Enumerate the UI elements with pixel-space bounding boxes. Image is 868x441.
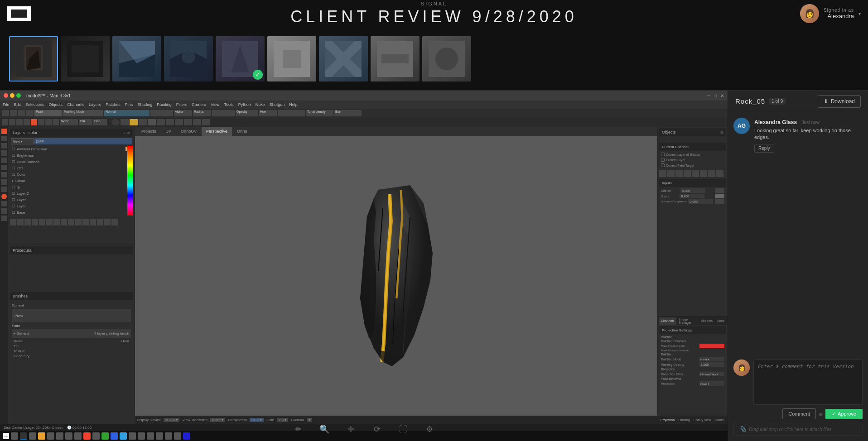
- layer-row[interactable]: ☐Brightness: [10, 152, 133, 158]
- toolbar-icon-2[interactable]: [139, 119, 147, 125]
- toolbar-icon-2[interactable]: [45, 119, 52, 125]
- tab-uv[interactable]: UV: [161, 127, 176, 136]
- toolbar-icon-2[interactable]: [148, 119, 156, 125]
- rp-icon[interactable]: [692, 170, 699, 177]
- brush-type[interactable]: Paint: [12, 309, 131, 322]
- toolbar-icon[interactable]: Radius: [193, 110, 211, 116]
- tab-history-view[interactable]: History View: [692, 418, 712, 422]
- layer-row[interactable]: ☐Color: [10, 171, 133, 177]
- toolbar-icon[interactable]: [2, 110, 9, 116]
- tool-btn[interactable]: [68, 219, 74, 225]
- menu-patches[interactable]: Patches: [106, 102, 121, 107]
- toolbar-icon-2[interactable]: [53, 119, 59, 125]
- component-value[interactable]: RGB ▾: [250, 418, 264, 422]
- toolbar-icon[interactable]: Opacity: [236, 110, 258, 116]
- tool-btn[interactable]: [10, 219, 16, 225]
- tool-icon[interactable]: [1, 194, 7, 199]
- gloss-input[interactable]: 0.460: [680, 194, 704, 198]
- toolbar-icon-2[interactable]: [184, 119, 192, 125]
- tab-ortho[interactable]: Ortho: [232, 127, 252, 136]
- toolbar-icon[interactable]: [26, 110, 34, 116]
- channel-check[interactable]: [661, 153, 665, 156]
- tool-btn[interactable]: [46, 219, 53, 225]
- tool-btn[interactable]: [90, 219, 96, 225]
- filter-select[interactable]: Bilinear/Cleat ▾: [699, 372, 724, 376]
- mode-select[interactable]: Hand ▾: [699, 357, 724, 361]
- thumbnail-2[interactable]: [61, 36, 110, 81]
- tab-projects[interactable]: Projects: [137, 127, 161, 136]
- rp-icon[interactable]: [684, 170, 691, 177]
- rp-icon[interactable]: [659, 170, 666, 177]
- menu-shotgun[interactable]: Shotgun: [270, 102, 285, 107]
- rp-icon[interactable]: [708, 170, 715, 177]
- toolbar-icon-2[interactable]: [193, 119, 201, 125]
- projection-select[interactable]: Front ▾: [699, 381, 724, 386]
- tab-shelf[interactable]: Shelf: [715, 317, 726, 325]
- rp-icon[interactable]: [675, 170, 683, 177]
- chevron-down-icon[interactable]: ▾: [858, 11, 861, 16]
- taskbar-icon[interactable]: [47, 432, 54, 440]
- tool-btn[interactable]: [104, 219, 111, 225]
- minimize-button[interactable]: [10, 93, 14, 98]
- opacity-input[interactable]: 1.000: [699, 362, 724, 367]
- menu-filters[interactable]: Filters: [176, 102, 188, 107]
- channel-item[interactable]: Current Layer: [659, 157, 726, 163]
- taskbar-icon[interactable]: [120, 432, 127, 440]
- toolbar-icon-2[interactable]: [16, 119, 23, 125]
- tool-icon[interactable]: [1, 179, 7, 185]
- toolbar-icon[interactable]: Alpha: [174, 110, 192, 116]
- toolbar-icon-2[interactable]: Bot: [93, 119, 107, 125]
- expand-icon[interactable]: ⛶: [397, 423, 410, 436]
- taskbar-icon[interactable]: [129, 432, 136, 440]
- taskbar-icon[interactable]: [147, 432, 154, 440]
- thumbnail-3[interactable]: [112, 36, 161, 81]
- tool-btn[interactable]: [82, 219, 89, 225]
- tool-btn[interactable]: [111, 219, 118, 225]
- taskbar-icon[interactable]: [74, 432, 82, 440]
- menu-camera[interactable]: Camera: [192, 102, 206, 107]
- layer-row[interactable]: ☐Color Balance: [10, 158, 133, 165]
- window-btn-max[interactable]: □: [714, 93, 717, 98]
- thumbnail-8[interactable]: [371, 36, 420, 81]
- comment-button[interactable]: Comment: [782, 408, 816, 419]
- toolbar-icon-2[interactable]: [166, 119, 174, 125]
- pencil-icon[interactable]: ✏: [292, 423, 304, 436]
- tab-perspective[interactable]: Perspective: [202, 127, 232, 136]
- toolbar-icon-2[interactable]: [121, 119, 129, 125]
- menu-selections[interactable]: Selections: [25, 102, 44, 107]
- tab-orthouv[interactable]: OrthoUV: [176, 127, 201, 136]
- layer-row[interactable]: ☐Base: [10, 209, 133, 216]
- close-button[interactable]: [4, 93, 8, 98]
- menu-file[interactable]: File: [3, 102, 10, 107]
- layer-mode[interactable]: DIFF: [34, 138, 132, 144]
- tool-btn[interactable]: [53, 219, 60, 225]
- plus-icon[interactable]: ✛: [344, 423, 357, 436]
- tool-icon[interactable]: [1, 187, 7, 192]
- gamma-value[interactable]: ▾: [307, 418, 312, 422]
- taskbar-icon[interactable]: [38, 432, 45, 440]
- toolbar-icon-2[interactable]: Near: [60, 119, 78, 125]
- thumbnail-9[interactable]: [422, 36, 471, 81]
- toolbar-icon[interactable]: [212, 110, 235, 116]
- tab-channels[interactable]: Channels: [659, 317, 676, 325]
- toolbar-icon-2[interactable]: [175, 119, 183, 125]
- channel-item[interactable]: Current Layer (B Below): [659, 152, 726, 157]
- refresh-icon[interactable]: ⟳: [371, 423, 383, 436]
- window-btn-close[interactable]: ✕: [720, 93, 724, 98]
- layer-row[interactable]: ☐gi: [10, 184, 133, 190]
- thumbnail-4[interactable]: [164, 36, 213, 81]
- attach-area[interactable]: 📎 Drag and drop or click here to attach …: [733, 423, 863, 436]
- layer-row[interactable]: ☐Ambient Occlusion: [10, 146, 133, 152]
- layer-row[interactable]: ▸Cloud⊞: [10, 177, 133, 184]
- toolbar-icon-2[interactable]: Par: [79, 119, 92, 125]
- taskbar-icon[interactable]: [56, 432, 63, 440]
- thumbnail-6[interactable]: [267, 36, 316, 81]
- toolbar-icon-2[interactable]: [202, 119, 210, 125]
- toolbar-icon-2[interactable]: [24, 119, 30, 125]
- search-icon[interactable]: 🔍: [318, 423, 331, 436]
- download-button[interactable]: ⬇ Download: [818, 95, 861, 108]
- menu-objects[interactable]: Objects: [49, 102, 63, 107]
- tool-icon[interactable]: [1, 201, 7, 206]
- gloss-slider[interactable]: [715, 194, 724, 198]
- menu-python[interactable]: Python: [238, 102, 251, 107]
